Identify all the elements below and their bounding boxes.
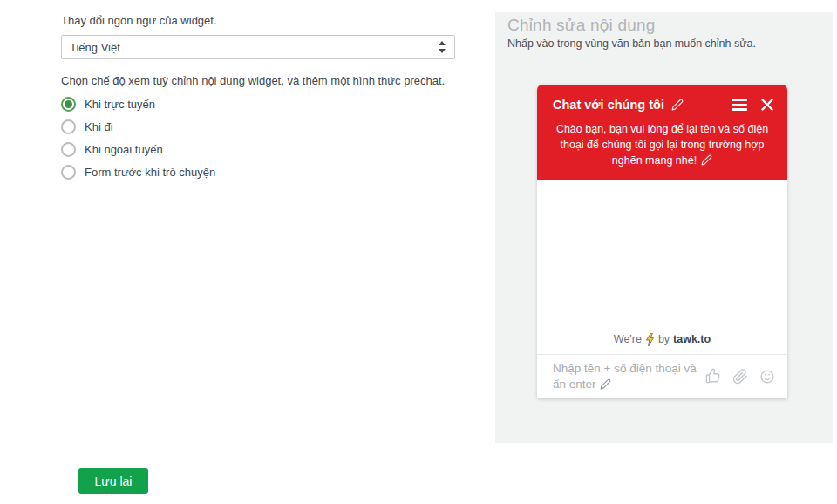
chat-greeting-message[interactable]: Chào bạn, bạn vui lòng để lại tên và số … bbox=[537, 115, 787, 180]
widget-settings-page: Thay đổi ngôn ngữ của widget. Tiếng Việt… bbox=[0, 0, 837, 504]
language-select-value: Tiếng Việt bbox=[70, 41, 120, 54]
panel-title: Chỉnh sửa nội dung bbox=[507, 16, 833, 35]
smiley-icon[interactable] bbox=[759, 369, 775, 385]
close-icon[interactable] bbox=[761, 99, 773, 111]
select-stepper-icon bbox=[438, 41, 446, 53]
chat-widget-header: Chat với chúng tôi Chào bbox=[537, 85, 787, 180]
mode-option-away[interactable]: Khi đi bbox=[61, 119, 455, 134]
radio-icon bbox=[61, 142, 76, 157]
greeting-text: Chào bạn, bạn vui lòng để lại tên và số … bbox=[556, 123, 768, 167]
chat-widget-preview: Chat với chúng tôi Chào bbox=[537, 85, 787, 398]
input-placeholder-text: Nhập tên + số điện thoại và ấn enter bbox=[553, 362, 697, 391]
mode-option-online[interactable]: Khi trực tuyến bbox=[61, 97, 455, 112]
widget-settings-form: Thay đổi ngôn ngữ của widget. Tiếng Việt… bbox=[61, 14, 455, 187]
chat-conversation-area bbox=[537, 180, 787, 327]
save-button[interactable]: Lưu lại bbox=[78, 468, 148, 494]
mode-option-label: Khi ngoại tuyến bbox=[85, 143, 163, 156]
footer-divider bbox=[61, 453, 833, 453]
mode-option-prechat-form[interactable]: Form trước khi trò chuyện bbox=[61, 165, 455, 180]
thumbs-up-icon[interactable] bbox=[704, 368, 721, 385]
mode-option-label: Khi trực tuyến bbox=[85, 98, 155, 111]
paperclip-icon[interactable] bbox=[732, 369, 748, 385]
mode-option-label: Form trước khi trò chuyện bbox=[85, 166, 215, 179]
radio-icon bbox=[61, 165, 76, 180]
mode-option-label: Khi đi bbox=[85, 120, 113, 133]
edit-title-icon[interactable] bbox=[671, 99, 684, 111]
language-label: Thay đổi ngôn ngữ của widget. bbox=[61, 14, 455, 27]
tawkto-logo-text: tawk.to bbox=[673, 333, 711, 345]
message-input[interactable]: Nhập tên + số điện thoại và ấn enter bbox=[537, 354, 787, 398]
edit-message-icon[interactable] bbox=[701, 154, 712, 166]
language-select[interactable]: Tiếng Việt bbox=[61, 35, 455, 59]
branding-by: by bbox=[658, 333, 670, 345]
mode-option-offline[interactable]: Khi ngoại tuyến bbox=[61, 142, 455, 157]
radio-icon bbox=[61, 97, 76, 112]
menu-icon[interactable] bbox=[732, 99, 747, 111]
radio-icon bbox=[61, 119, 76, 134]
tawkto-branding: We're by tawk.to bbox=[537, 328, 787, 354]
branding-prefix: We're bbox=[614, 333, 642, 345]
mode-label: Chọn chế độ xem tuỳ chỉnh nội dung widge… bbox=[61, 74, 455, 87]
panel-subtitle: Nhấp vào trong vùng văn bản bạn muốn chỉ… bbox=[507, 37, 833, 50]
lightning-bolt-icon bbox=[646, 333, 654, 346]
content-editor-panel: Chỉnh sửa nội dung Nhấp vào trong vùng v… bbox=[495, 12, 833, 443]
chat-header-title[interactable]: Chat với chúng tôi bbox=[553, 98, 664, 112]
edit-placeholder-icon[interactable] bbox=[600, 378, 611, 390]
